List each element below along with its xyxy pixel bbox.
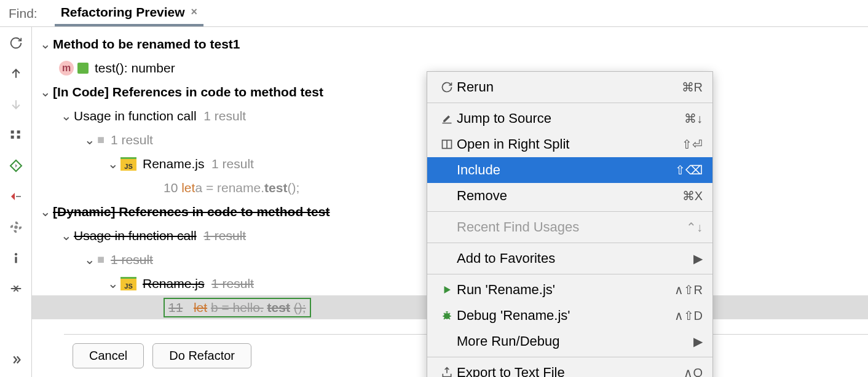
menu-add-to-favorites[interactable]: Add to Favorites ▶ bbox=[427, 246, 712, 271]
code-method: test bbox=[264, 181, 287, 195]
svg-point-5 bbox=[14, 253, 17, 255]
folder-icon: ■ bbox=[97, 252, 105, 266]
heading-text: Method to be renamed to test1 bbox=[53, 37, 240, 52]
usage-count: 1 result bbox=[203, 109, 246, 123]
bug-icon bbox=[437, 309, 457, 322]
menu-recent-find-usages: Recent Find Usages ⌃↓ bbox=[427, 214, 712, 240]
menu-separator bbox=[427, 243, 712, 243]
file-count: 1 result bbox=[211, 276, 254, 291]
green-indicator-icon bbox=[77, 63, 89, 74]
menu-more-run-debug[interactable]: More Run/Debug ▶ bbox=[427, 328, 712, 354]
chevron-down-icon[interactable]: ⌄ bbox=[106, 276, 120, 291]
menu-separator bbox=[427, 103, 712, 103]
up-arrow-icon[interactable] bbox=[5, 63, 27, 85]
menu-include[interactable]: Include ⇧⌫ bbox=[427, 157, 712, 183]
section-title: [Dynamic] References in code to method t… bbox=[53, 204, 329, 219]
find-header: Find: Refactoring Preview × bbox=[0, 0, 868, 27]
line-number: 10 bbox=[164, 181, 178, 195]
tool-sidebar bbox=[0, 27, 32, 377]
chevron-down-icon[interactable]: ⌄ bbox=[82, 252, 97, 267]
method-badge-icon: m bbox=[59, 61, 74, 76]
usage-label: Usage in function call bbox=[74, 228, 197, 243]
tree-heading[interactable]: ⌄ Method to be renamed to test1 bbox=[32, 32, 868, 56]
chevron-down-icon[interactable]: ⌄ bbox=[38, 85, 53, 99]
menu-open-right-split[interactable]: Open in Right Split ⇧⏎ bbox=[427, 131, 712, 157]
context-menu: Rerun ⌘R Jump to Source ⌘↓ Open in Right… bbox=[427, 71, 713, 377]
usage-label: Usage in function call bbox=[74, 109, 197, 123]
code-frag: (); bbox=[287, 181, 299, 195]
menu-separator bbox=[427, 274, 712, 274]
find-label: Find: bbox=[9, 6, 37, 21]
section-title: [In Code] References in code to method t… bbox=[53, 85, 323, 99]
chevron-down-icon[interactable]: ⌄ bbox=[106, 157, 120, 171]
file-name: Rename.js bbox=[143, 276, 204, 291]
cancel-button[interactable]: Cancel bbox=[73, 343, 144, 368]
info-icon[interactable] bbox=[5, 247, 27, 269]
file-count: 1 result bbox=[211, 157, 254, 171]
svg-rect-6 bbox=[15, 257, 17, 263]
folder-count: 1 result bbox=[111, 133, 153, 147]
do-refactor-button[interactable]: Do Refactor bbox=[152, 343, 251, 368]
code-method: test bbox=[267, 300, 290, 314]
collapse-icon[interactable] bbox=[5, 278, 27, 300]
chevron-down-icon[interactable]: ⌄ bbox=[59, 228, 74, 243]
menu-rerun[interactable]: Rerun ⌘R bbox=[427, 74, 712, 100]
split-icon bbox=[437, 138, 457, 150]
submenu-arrow-icon: ▶ bbox=[693, 334, 703, 349]
forward-red-icon[interactable] bbox=[5, 185, 27, 208]
rerun-icon bbox=[437, 81, 457, 93]
tab-title: Refactoring Preview bbox=[61, 5, 185, 20]
folder-icon: ■ bbox=[97, 133, 105, 147]
code-keyword: let bbox=[194, 300, 207, 314]
back-diamond-icon[interactable] bbox=[5, 155, 27, 177]
chevron-down-icon[interactable]: ⌄ bbox=[38, 204, 53, 219]
code-frag: (); bbox=[294, 300, 306, 314]
menu-jump-to-source[interactable]: Jump to Source ⌘↓ bbox=[427, 106, 712, 131]
close-icon[interactable]: × bbox=[191, 6, 198, 18]
usage-count: 1 result bbox=[203, 228, 246, 243]
run-icon bbox=[437, 284, 457, 295]
chevron-down-icon[interactable]: ⌄ bbox=[38, 37, 53, 52]
svg-rect-2 bbox=[17, 131, 20, 134]
fan-icon[interactable] bbox=[5, 216, 27, 238]
file-name: Rename.js bbox=[143, 157, 204, 171]
chevron-down-icon[interactable]: ⌄ bbox=[82, 133, 97, 147]
menu-export[interactable]: Export to Text File ∧O bbox=[427, 360, 712, 377]
folder-count: 1 result bbox=[111, 252, 153, 267]
svg-point-4 bbox=[14, 225, 18, 229]
svg-rect-1 bbox=[10, 136, 14, 139]
export-icon bbox=[437, 367, 457, 377]
method-signature: test(): number bbox=[95, 61, 175, 76]
svg-rect-0 bbox=[10, 131, 14, 134]
svg-rect-3 bbox=[17, 136, 20, 139]
code-keyword: let bbox=[181, 181, 195, 195]
js-file-icon: JS bbox=[120, 157, 136, 171]
menu-separator bbox=[427, 357, 712, 357]
more-icon[interactable] bbox=[5, 349, 27, 371]
code-frag: b = hello. bbox=[211, 300, 264, 314]
menu-separator bbox=[427, 211, 712, 212]
menu-remove[interactable]: Remove ⌘X bbox=[427, 183, 712, 209]
down-arrow-icon bbox=[5, 93, 27, 115]
menu-run[interactable]: Run 'Rename.js' ∧⇧R bbox=[427, 277, 712, 303]
code-frag: a = rename. bbox=[195, 181, 264, 195]
tab-refactoring-preview[interactable]: Refactoring Preview × bbox=[55, 0, 203, 26]
group-icon[interactable] bbox=[5, 124, 27, 146]
edit-icon bbox=[437, 112, 457, 125]
line-number: 11 bbox=[168, 300, 183, 314]
js-file-icon: JS bbox=[120, 277, 136, 290]
chevron-down-icon[interactable]: ⌄ bbox=[59, 109, 74, 123]
rerun-icon[interactable] bbox=[5, 32, 27, 54]
submenu-arrow-icon: ▶ bbox=[693, 251, 703, 266]
menu-debug[interactable]: Debug 'Rename.js' ∧⇧D bbox=[427, 303, 712, 328]
